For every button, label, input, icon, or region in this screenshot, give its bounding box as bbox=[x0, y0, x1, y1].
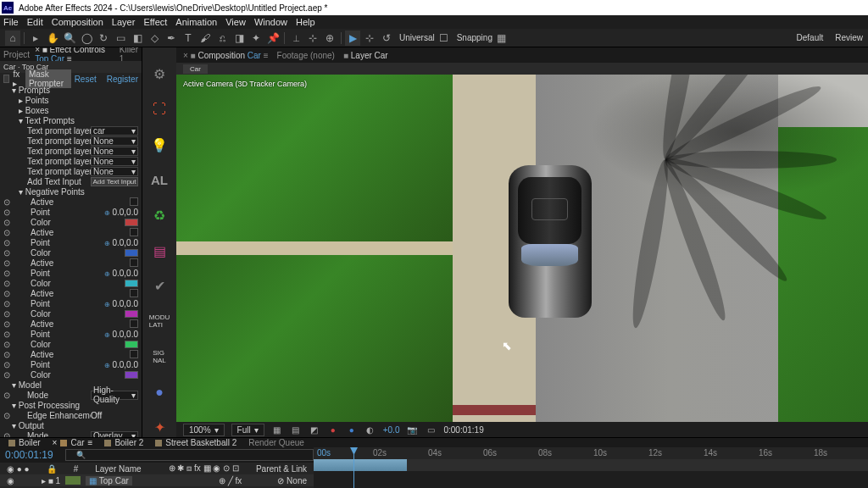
menu-effect[interactable]: Effect bbox=[143, 17, 167, 27]
menu-help[interactable]: Help bbox=[296, 17, 315, 27]
fx-toggle-checkbox[interactable] bbox=[3, 75, 9, 83]
menubar[interactable]: File Edit Composition Layer Effect Anima… bbox=[0, 15, 868, 29]
axis2-icon[interactable]: ⊹ bbox=[305, 30, 320, 46]
pointer-icon[interactable]: ▶ bbox=[345, 30, 360, 46]
window-titlebar: Ae Adobe After Effects 2024 - C:\Users\l… bbox=[0, 0, 868, 15]
gear-icon[interactable]: ⚙ bbox=[149, 64, 170, 85]
timeline-tab-street[interactable]: Street Basketball 2 bbox=[155, 438, 236, 447]
cursor-icon: ⬉ bbox=[502, 339, 512, 352]
menu-file[interactable]: File bbox=[3, 17, 19, 27]
menu-view[interactable]: View bbox=[225, 17, 246, 27]
comp-subtab[interactable]: Car bbox=[183, 64, 208, 74]
footage-tab[interactable]: Footage (none) bbox=[277, 51, 335, 60]
expand-icon[interactable]: ⛶ bbox=[149, 100, 170, 120]
workspace-default[interactable]: Default bbox=[797, 33, 824, 42]
window-title: Adobe After Effects 2024 - C:\Users\lewi… bbox=[19, 3, 327, 13]
region-icon[interactable]: ▭ bbox=[425, 425, 437, 435]
snapping-toggle[interactable]: Snapping bbox=[457, 33, 492, 42]
layer-clip[interactable] bbox=[314, 459, 407, 471]
timeline-panel: Boiler × Car ≡ Boiler 2 Street Basketbal… bbox=[0, 437, 868, 488]
camera-tool-icon[interactable]: ▭ bbox=[113, 30, 128, 46]
timecode[interactable]: 0:00:01:19 bbox=[0, 447, 58, 463]
timeline-tab-boiler2[interactable]: Boiler 2 bbox=[104, 438, 143, 447]
viewer-timecode: 0:00:01:19 bbox=[443, 425, 483, 435]
active-checkbox[interactable] bbox=[130, 197, 138, 206]
snapshot-icon[interactable]: 📷 bbox=[406, 425, 418, 435]
film-icon[interactable]: ▤ bbox=[149, 241, 170, 261]
axis3-icon[interactable]: ⊕ bbox=[322, 30, 337, 46]
anchor-tool-icon[interactable]: ⊹ bbox=[362, 30, 377, 46]
viewer-footer: 100% ▾ Full ▾ ▦ ▤ ◩ ● ● ◐ +0.0 📷 ▭ 0:00:… bbox=[176, 422, 868, 437]
time-ruler[interactable]: 00s 02s 04s 06s 08s 10s 12s 14s 16s 18s … bbox=[314, 447, 868, 459]
grid-icon[interactable]: ▦ bbox=[271, 425, 283, 435]
home-icon[interactable]: ⌂ bbox=[5, 30, 20, 46]
menu-edit[interactable]: Edit bbox=[27, 17, 43, 27]
text-tool-icon[interactable]: T bbox=[181, 30, 196, 46]
timeline-tab-boiler[interactable]: Boiler bbox=[8, 438, 41, 447]
playhead[interactable] bbox=[353, 447, 354, 488]
al-label[interactable]: AL bbox=[149, 170, 170, 191]
menu-composition[interactable]: Composition bbox=[52, 17, 103, 27]
viewer-canvas[interactable]: Active Camera (3D Tracker Camera) ⬉ bbox=[176, 75, 868, 422]
channel2-icon[interactable]: ● bbox=[346, 425, 358, 435]
signal-label[interactable]: SIG NAL bbox=[149, 347, 170, 367]
car-layer bbox=[509, 165, 592, 318]
timeline-tab-render[interactable]: Render Queue bbox=[248, 438, 304, 447]
menu-window[interactable]: Window bbox=[254, 17, 287, 27]
app-logo-icon: Ae bbox=[2, 2, 14, 14]
composition-tab[interactable]: × ■ Composition Car ≡ bbox=[183, 51, 269, 60]
eraser-tool-icon[interactable]: ◨ bbox=[231, 30, 247, 46]
menu-layer[interactable]: Layer bbox=[112, 17, 136, 27]
rotate-tool-icon[interactable]: ↻ bbox=[96, 30, 111, 46]
mask-icon[interactable]: ◩ bbox=[309, 425, 320, 435]
project-tab[interactable]: Project bbox=[3, 50, 30, 59]
channel-icon[interactable]: ● bbox=[327, 425, 339, 435]
register-button[interactable]: Register bbox=[107, 75, 138, 84]
timeline-tracks[interactable]: 00s 02s 04s 06s 08s 10s 12s 14s 16s 18s … bbox=[314, 447, 868, 488]
workspace-review[interactable]: Review bbox=[835, 33, 863, 42]
target-icon[interactable]: ✦ bbox=[149, 417, 170, 437]
circle-icon[interactable]: ● bbox=[149, 382, 170, 402]
pen-tool-icon[interactable]: ✒ bbox=[164, 30, 179, 46]
recycle-icon[interactable]: ♻ bbox=[149, 206, 170, 226]
mask-tool-icon[interactable]: ◇ bbox=[147, 30, 162, 46]
composition-viewer: × ■ Composition Car ≡ Footage (none) ■ L… bbox=[176, 47, 868, 437]
bulb-icon[interactable]: 💡 bbox=[149, 135, 170, 155]
modu-label[interactable]: MODU LATI bbox=[149, 311, 170, 331]
toolbar: ⌂ ▸ ✋ 🔍 ◯ ↻ ▭ ◧ ◇ ✒ T 🖌 ⎌ ◨ ✦ 📌 ⟂ ⊹ ⊕ ▶ … bbox=[0, 29, 868, 47]
exposure-value[interactable]: +0.0 bbox=[383, 425, 400, 435]
selection-tool-icon[interactable]: ▸ bbox=[28, 30, 43, 46]
snap-checkbox[interactable]: ☐ bbox=[437, 30, 452, 46]
fx-header[interactable]: fx ▸Mask Prompter Reset Register bbox=[0, 73, 142, 85]
universal-toggle[interactable]: Universal bbox=[399, 33, 435, 42]
color-swatch[interactable] bbox=[125, 219, 138, 226]
zoom-tool-icon[interactable]: 🔍 bbox=[62, 30, 77, 46]
snap-opt-icon[interactable]: ▦ bbox=[494, 30, 509, 46]
camera-label: Active Camera (3D Tracker Camera) bbox=[183, 80, 307, 88]
brush-tool-icon[interactable]: 🖌 bbox=[198, 30, 213, 46]
axis-icon[interactable]: ⟂ bbox=[288, 30, 303, 46]
roto-tool-icon[interactable]: ✦ bbox=[248, 30, 264, 46]
reset-button[interactable]: Reset bbox=[75, 75, 97, 84]
add-text-input-button: Add Text Input bbox=[91, 177, 138, 186]
puppet-tool-icon[interactable]: 📌 bbox=[265, 30, 281, 46]
menu-animation[interactable]: Animation bbox=[175, 17, 217, 27]
refresh-icon[interactable]: ↺ bbox=[379, 30, 394, 46]
effect-controls-panel: Project × ■ Effect Controls Top Car ≡ Ki… bbox=[0, 47, 142, 437]
hand-tool-icon[interactable]: ✋ bbox=[45, 30, 60, 46]
guides-icon[interactable]: ▤ bbox=[290, 425, 302, 435]
plugin-icon-column: ⚙ ⛶ 💡 AL ♻ ▤ ✔ MODU LATI SIG NAL ● ✦ bbox=[142, 47, 176, 437]
orbit-tool-icon[interactable]: ◯ bbox=[79, 30, 94, 46]
check-icon[interactable]: ✔ bbox=[149, 276, 170, 297]
search-input[interactable] bbox=[65, 449, 314, 461]
resolution-dropdown[interactable]: Full ▾ bbox=[231, 424, 264, 436]
timeline-tab-car[interactable]: × Car ≡ bbox=[53, 438, 93, 447]
layer-tab[interactable]: ■ Layer Car bbox=[343, 51, 388, 60]
zoom-dropdown[interactable]: 100% ▾ bbox=[183, 424, 225, 436]
pan-behind-tool-icon[interactable]: ◧ bbox=[130, 30, 145, 46]
effect-properties: ▾ Prompts ▸ Points ▸ Boxes ▾ Text Prompt… bbox=[0, 85, 142, 437]
layer-row[interactable]: ◉ ▸ ■ 1 ▦ Top Car ⊕ ╱ fx ⊘ None bbox=[0, 474, 314, 486]
exposure-icon[interactable]: ◐ bbox=[364, 425, 376, 435]
text-prompt-row[interactable]: Text prompt layercar▾ bbox=[0, 125, 142, 136]
clone-tool-icon[interactable]: ⎌ bbox=[214, 30, 230, 46]
